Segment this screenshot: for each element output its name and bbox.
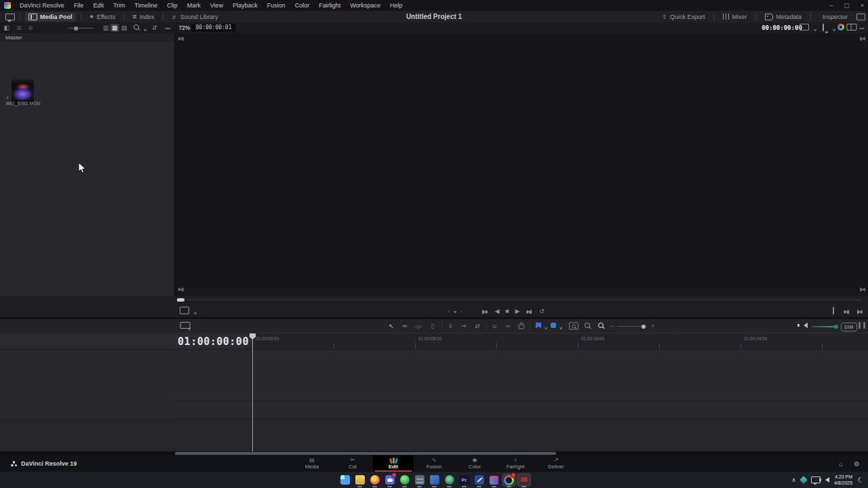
effects-button[interactable]: ★ Effects bbox=[86, 12, 119, 22]
zoom-in-icon[interactable]: + bbox=[651, 323, 654, 329]
menu-fusion[interactable]: Fusion bbox=[262, 0, 290, 11]
detail-zoom-icon[interactable] bbox=[585, 323, 590, 329]
output-display-icon[interactable] bbox=[823, 25, 824, 31]
discord-button[interactable] bbox=[382, 473, 397, 487]
custom-zoom-icon[interactable] bbox=[598, 323, 604, 329]
taskbar-clock[interactable]: 4:23 PM 4/8/2025 bbox=[834, 474, 852, 486]
tab-media[interactable]: ▤ Media bbox=[292, 455, 332, 472]
bin-panel-toggle-icon[interactable]: ◧ bbox=[4, 25, 10, 31]
blade-edit-mode-icon[interactable]: ▯ bbox=[431, 323, 435, 329]
dynamic-trim-mode-icon[interactable]: ◁▷ bbox=[415, 324, 422, 329]
play-reverse-button[interactable]: ◀ bbox=[495, 308, 500, 314]
app-mini-button[interactable] bbox=[487, 473, 501, 487]
grab-still-chevron-icon[interactable]: ∨ bbox=[813, 28, 817, 32]
menu-playback[interactable]: Playback bbox=[228, 0, 262, 11]
audio-meter-icon[interactable] bbox=[859, 322, 865, 330]
menu-file[interactable]: File bbox=[69, 0, 89, 11]
list-view-icon[interactable]: ▤ bbox=[121, 25, 127, 31]
loop-range-icon[interactable] bbox=[833, 308, 834, 314]
trim-edit-mode-icon[interactable]: ⇹ bbox=[402, 323, 408, 329]
viewer-options-icon[interactable]: ••• bbox=[859, 26, 864, 30]
overwrite-clip-icon[interactable]: ⇒ bbox=[461, 323, 467, 329]
screen-recorder-button[interactable] bbox=[517, 473, 531, 487]
menu-mark[interactable]: Mark bbox=[182, 0, 205, 11]
flag-clip-icon[interactable] bbox=[536, 323, 541, 330]
do-not-disturb-moon-icon[interactable]: ☾ bbox=[857, 476, 864, 484]
play-button[interactable]: ▶ bbox=[515, 308, 520, 314]
premiere-pro-button[interactable]: Pr bbox=[457, 473, 471, 487]
snapping-icon[interactable]: ∪ bbox=[492, 323, 497, 329]
filmstrip-view-icon[interactable]: ▥ bbox=[103, 25, 109, 31]
menu-fairlight[interactable]: Fairlight bbox=[314, 0, 345, 11]
menu-color[interactable]: Color bbox=[290, 0, 315, 11]
output-display-chevron-icon[interactable]: ∨ bbox=[832, 28, 836, 32]
davinci-resolve-taskbar-button[interactable] bbox=[502, 473, 516, 487]
viewer-corner-tr-icon[interactable]: ▮◀ bbox=[860, 36, 865, 41]
marker-icon[interactable] bbox=[551, 323, 556, 329]
home-icon[interactable]: ⌂ bbox=[839, 460, 843, 468]
menu-edit[interactable]: Edit bbox=[88, 0, 108, 11]
media-pool-button[interactable]: Media Pool bbox=[25, 12, 76, 22]
mute-speaker-icon[interactable] bbox=[804, 323, 808, 329]
timeline-empty-area[interactable] bbox=[0, 418, 868, 451]
viewer-scrollbar-handle[interactable] bbox=[177, 298, 184, 302]
close-button[interactable]: × bbox=[861, 2, 864, 9]
tab-cut[interactable]: ✂ Cut bbox=[332, 455, 373, 472]
viewer-corner-bl-icon[interactable]: ▶▮ bbox=[178, 287, 183, 292]
calculator-button[interactable] bbox=[412, 473, 427, 487]
menu-help[interactable]: Help bbox=[385, 0, 408, 11]
color-viewer-icon[interactable] bbox=[837, 24, 844, 32]
insert-clip-icon[interactable]: ⇓ bbox=[448, 323, 453, 329]
metadata-button[interactable]: Metadata bbox=[762, 12, 805, 22]
zoom-slider-handle[interactable] bbox=[642, 325, 646, 329]
playhead-line[interactable] bbox=[252, 333, 253, 451]
selection-tool-icon[interactable]: ↖ bbox=[389, 323, 394, 329]
maximize-button[interactable]: ▢ bbox=[844, 2, 850, 9]
menu-timeline[interactable]: Timeline bbox=[130, 0, 163, 11]
timeline-tracks-area[interactable] bbox=[0, 350, 868, 451]
linked-selection-icon[interactable]: ∞ bbox=[506, 323, 510, 329]
panel-layout-icon[interactable] bbox=[856, 14, 865, 20]
app-pencil-button[interactable] bbox=[472, 473, 486, 487]
marker-color-chevron-icon[interactable]: ∨ bbox=[559, 326, 563, 330]
media-clip-name[interactable]: IMG_8986.MOV bbox=[1, 101, 45, 106]
grab-still-icon[interactable] bbox=[800, 24, 809, 32]
bin-header[interactable]: Master bbox=[0, 33, 174, 42]
viewer-zoom-level[interactable]: 72% bbox=[178, 25, 190, 31]
tab-color[interactable]: ◉ Color bbox=[454, 455, 495, 472]
tab-deliver[interactable]: ↗ Deliver bbox=[536, 455, 576, 472]
tab-fusion[interactable]: ∿ Fusion bbox=[414, 455, 454, 472]
index-button[interactable]: ≣ Index bbox=[129, 12, 158, 22]
tray-volume-icon[interactable] bbox=[825, 477, 829, 483]
position-lock-icon[interactable] bbox=[519, 322, 525, 331]
resolve-app-icon[interactable] bbox=[4, 2, 11, 9]
menu-workspace[interactable]: Workspace bbox=[345, 0, 385, 11]
tab-edit[interactable]: Edit bbox=[373, 455, 414, 472]
media-pool-options-icon[interactable]: ••• bbox=[165, 26, 170, 30]
timeline-ruler[interactable]: 01:00:00:00 01:00:08:00 01:00:16:00 01:0… bbox=[252, 333, 868, 349]
tray-app-icon[interactable] bbox=[800, 476, 807, 483]
flag-color-chevron-icon[interactable]: ∨ bbox=[544, 326, 548, 330]
audio-slider-handle[interactable] bbox=[834, 325, 838, 329]
timeline-scrollbar-handle[interactable] bbox=[175, 452, 556, 455]
tab-fairlight[interactable]: ♪ Fairlight bbox=[495, 455, 536, 472]
app-blue-button[interactable] bbox=[427, 473, 441, 487]
slider-handle[interactable] bbox=[74, 26, 78, 30]
browser-button[interactable] bbox=[368, 473, 382, 487]
toolbox-icon[interactable] bbox=[180, 322, 191, 330]
menu-view[interactable]: View bbox=[205, 0, 228, 11]
loop-button[interactable]: ↺ bbox=[539, 308, 545, 314]
thumbnail-view-button[interactable]: ▦ bbox=[111, 24, 119, 32]
last-frame-button[interactable]: ▶▮ bbox=[526, 309, 531, 314]
project-settings-gear-icon[interactable]: ⚙ bbox=[854, 460, 860, 468]
stop-button[interactable]: ■ bbox=[505, 308, 509, 314]
play-around-icon[interactable]: ▶▮ bbox=[844, 309, 848, 314]
clean-feed-icon[interactable] bbox=[5, 14, 15, 20]
timeline-zoom-slider[interactable] bbox=[617, 326, 646, 327]
inspector-button[interactable]: Inspector bbox=[816, 12, 851, 22]
thumbnail-size-slider[interactable] bbox=[68, 28, 94, 28]
add-bin-icon[interactable]: ⊞ bbox=[16, 25, 22, 31]
minimize-button[interactable]: – bbox=[829, 2, 833, 9]
timeline-view-chevron-icon[interactable]: ∨ bbox=[193, 311, 197, 315]
viewer-scrollbar-track[interactable] bbox=[187, 300, 861, 300]
